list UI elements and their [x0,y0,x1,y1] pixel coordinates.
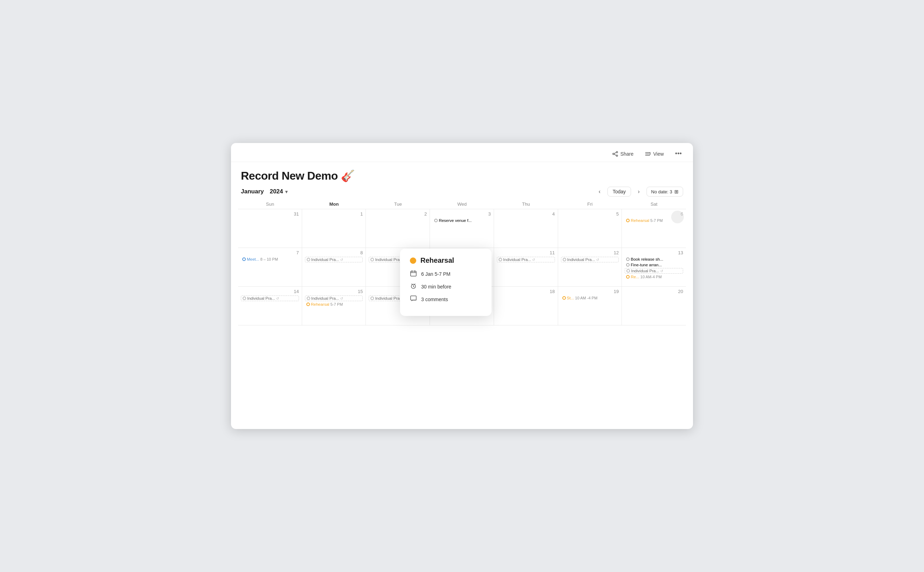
event-label: Individual Pra... [503,258,531,262]
event-individual-pra-11[interactable]: Individual Pra... ↺ [497,257,555,263]
share-button[interactable]: Share [609,150,636,158]
day-number: 12 [561,250,619,255]
day-15[interactable]: 15 Individual Pra... ↺ Rehearsal 5-7 PM [302,287,366,325]
day-6[interactable]: 6 Rehearsal 5-7 PM [622,209,686,248]
event-popup: Rehearsal 6 Jan 5-7 PM [400,249,492,316]
more-options-button[interactable]: ••• [672,149,685,159]
event-label: Individual Pra... [311,296,339,300]
event-label: Individual Pra... [311,258,339,262]
event-individual-pra-15[interactable]: Individual Pra... ↺ [305,295,363,301]
event-status-dot [626,275,630,278]
day-headers: Sun Mon Tue Wed Thu Fri Sat [238,199,686,209]
day-header-wed: Wed [430,199,494,209]
event-time: 5-7 PM [330,302,343,306]
view-label: View [653,151,664,157]
event-re-13[interactable]: Re... 10 AM-4 PM [625,274,683,279]
day-number: 5 [561,211,619,217]
popup-comments-row: 3 comments [410,295,482,303]
recur-icon: ↺ [276,297,279,300]
event-label: Individual Pra... [631,269,659,273]
event-book-release-13[interactable]: Book release sh... [625,257,683,262]
month-label[interactable]: January 2024 ▾ [241,188,288,195]
event-status-dot [307,258,310,261]
svg-point-1 [616,151,618,153]
popup-comments-label: 3 comments [421,297,448,302]
popup-date-label: 6 Jan 5-7 PM [421,271,450,277]
popup-title-row: Rehearsal [410,256,482,264]
svg-line-9 [650,154,651,155]
day-4[interactable]: 4 [494,209,558,248]
svg-line-16 [413,286,414,287]
svg-line-3 [614,152,616,153]
nav-controls: ‹ Today › No date: 3 ⊞ [595,187,683,197]
event-individual-pra-8[interactable]: Individual Pra... ↺ [305,257,363,263]
day-header-sun: Sun [238,199,302,209]
day-number: 4 [497,211,555,217]
day-11[interactable]: 11 Individual Pra... ↺ [494,248,558,286]
view-button[interactable]: View [642,150,666,158]
svg-line-17 [412,284,413,284]
event-status-dot [563,258,566,261]
day-header-mon: Mon [302,199,366,209]
event-status-dot [434,219,438,222]
day-19[interactable]: 19 St... 10 AM -4 PM [558,287,622,325]
event-meet-7[interactable]: Meet... 8 – 10 PM [241,257,299,262]
svg-line-4 [614,154,616,155]
event-status-dot [306,303,310,306]
event-time: 5-7 PM [651,218,663,222]
event-st-19[interactable]: St... 10 AM -4 PM [561,295,619,300]
event-rehearsal-15[interactable]: Rehearsal 5-7 PM [305,302,363,307]
day-31[interactable]: 31 [238,209,302,248]
day-1[interactable]: 1 [302,209,366,248]
recur-icon: ↺ [660,269,663,273]
popup-event-dot [410,258,416,264]
popup-reminder-label: 30 min before [421,284,452,289]
recur-icon: ↺ [596,258,599,262]
no-date-button[interactable]: No date: 3 ⊞ [646,187,683,197]
today-button[interactable]: Today [607,187,631,197]
day-number: 15 [305,289,363,294]
event-label: Meet... [247,257,259,261]
day-12[interactable]: 12 Individual Pra... ↺ [558,248,622,286]
event-reserve-venue[interactable]: Reserve venue f... [433,218,491,223]
day-7[interactable]: 7 Meet... 8 – 10 PM [238,248,302,286]
prev-month-button[interactable]: ‹ [595,187,605,197]
day-number: 20 [625,289,683,294]
svg-rect-19 [411,296,416,300]
no-date-label: No date: 3 [651,189,672,194]
day-number: 11 [497,250,555,255]
share-icon [612,151,618,157]
recur-icon: ↺ [532,258,535,262]
event-status-dot [562,296,566,300]
event-label: Book release sh... [630,257,663,261]
day-13[interactable]: 13 Book release sh... Fine-tune arran...… [622,248,686,286]
day-3[interactable]: 3 Reserve venue f... [430,209,494,248]
day-18[interactable]: 18 [494,287,558,325]
day-number: 3 [433,211,491,217]
event-individual-pra-13[interactable]: Individual Pra... ↺ [625,268,683,274]
day-2[interactable]: 2 [366,209,430,248]
recur-icon: ↺ [340,297,343,300]
day-14[interactable]: 14 Individual Pra... ↺ [238,287,302,325]
app-window: Share View ••• Record New Demo 🎸 January… [231,143,693,429]
day-5[interactable]: 5 [558,209,622,248]
event-fine-tune-13[interactable]: Fine-tune arran... [625,263,683,267]
day-header-tue: Tue [366,199,430,209]
event-label: St... [567,296,574,300]
day-header-thu: Thu [494,199,558,209]
share-label: Share [620,151,634,157]
day-8[interactable]: 8 Individual Pra... ↺ [302,248,366,286]
comment-icon [410,295,417,303]
next-month-button[interactable]: › [634,187,644,197]
day-20[interactable]: 20 [622,287,686,325]
event-status-dot [626,269,630,273]
event-individual-pra-14[interactable]: Individual Pra... ↺ [241,295,299,301]
day-header-fri: Fri [558,199,622,209]
event-individual-pra-12[interactable]: Individual Pra... ↺ [561,257,619,263]
svg-point-2 [616,155,618,156]
event-status-dot [242,297,246,300]
header-bar: Share View ••• [231,143,693,162]
page-title: Record New Demo 🎸 [231,162,693,182]
event-status-dot [626,258,630,261]
day-number: 18 [497,289,555,294]
